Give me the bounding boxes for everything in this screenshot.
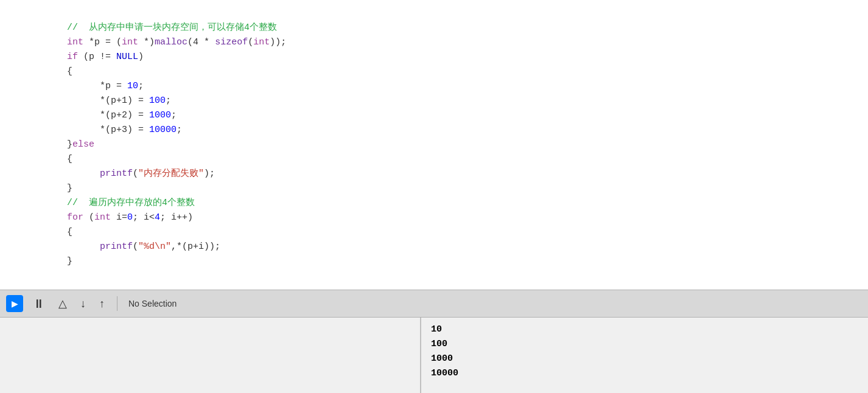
comment-line1: // 从内存中申请一块内存空间，可以存储4个整数 [67, 23, 277, 33]
output-line-3: 1000 [431, 352, 858, 366]
code-line17: } [67, 256, 72, 266]
selection-label: No Selection [128, 299, 177, 308]
play-icon: ▶ [12, 299, 18, 308]
step-out-icon: ↑ [99, 297, 105, 310]
output-line-1: 10 [431, 322, 858, 337]
code-line6: *(p+1) = 100; [67, 96, 171, 106]
pause-button[interactable]: ⏸ [29, 294, 49, 313]
output-area: 10 100 1000 10000 [0, 318, 868, 393]
code-line2: int *p = (int *)malloc(4 * sizeof(int)); [67, 37, 286, 47]
output-line-4: 10000 [431, 366, 858, 381]
code-line12: } [67, 183, 72, 193]
play-button[interactable]: ▶ [6, 295, 23, 312]
code-line10: { [67, 154, 72, 164]
output-right-panel: 10 100 1000 10000 [421, 318, 868, 393]
comment-line2: // 遍历内存中存放的4个整数 [67, 198, 195, 208]
step-over-button[interactable]: △ [55, 294, 71, 313]
step-over-icon: △ [58, 297, 67, 310]
toolbar: ▶ ⏸ △ ↓ ↑ No Selection [0, 290, 868, 318]
step-into-icon: ↓ [80, 297, 86, 310]
code-line16: printf("%d\n",*(p+i)); [67, 242, 220, 252]
output-left-panel [0, 318, 420, 393]
code-line5: *p = 10; [67, 81, 144, 91]
code-line11: printf("内存分配失败"); [67, 169, 215, 179]
code-line15: { [67, 227, 72, 237]
code-editor: // 从内存中申请一块内存空间，可以存储4个整数 int *p = (int *… [0, 0, 868, 290]
code-content: // 从内存中申请一块内存空间，可以存储4个整数 int *p = (int *… [0, 6, 868, 283]
step-into-button[interactable]: ↓ [77, 295, 89, 313]
code-line14: for (int i=0; i<4; i++) [67, 212, 193, 223]
code-line3: if (p != NULL) [67, 52, 144, 62]
code-line8: *(p+3) = 10000; [67, 125, 182, 135]
code-line7: *(p+2) = 1000; [67, 110, 177, 120]
step-out-button[interactable]: ↑ [96, 295, 108, 313]
toolbar-separator [117, 296, 117, 311]
pause-icon: ⏸ [33, 297, 45, 311]
code-line9: }else [67, 139, 94, 150]
output-line-2: 100 [431, 337, 858, 352]
code-line4: { [67, 66, 72, 77]
